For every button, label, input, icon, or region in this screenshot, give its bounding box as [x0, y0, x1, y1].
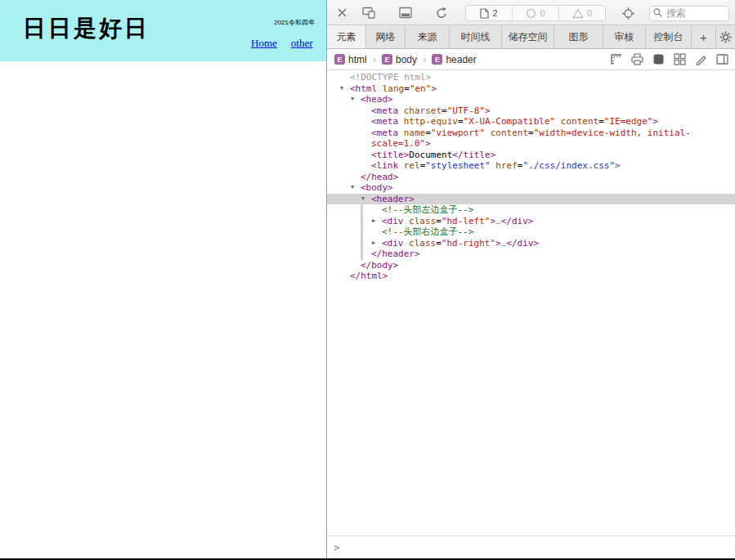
breadcrumb-label: html [348, 54, 367, 65]
code-token: <meta [371, 116, 398, 127]
code-token: <head> [361, 94, 393, 105]
dom-tree-node[interactable]: <link rel="stylesheet" href="./css/index… [327, 160, 735, 172]
code-token: scale=1.0" [371, 138, 425, 149]
warnings-count: 0 [587, 8, 592, 18]
code-token: <div [382, 216, 404, 226]
code-token: "IE=edge" [604, 116, 653, 127]
collapse-arrow-icon[interactable]: ▼ [351, 182, 354, 194]
nav-link-other[interactable]: other [291, 37, 313, 50]
grid-overlay-icon[interactable] [673, 52, 687, 66]
edit-element-icon[interactable] [694, 52, 708, 66]
dom-tree-node[interactable]: ▼<html lang="en"> [327, 83, 735, 95]
code-token: href [491, 160, 518, 171]
dom-tree-node[interactable]: </body> [327, 260, 735, 271]
element-picker-icon[interactable] [621, 7, 635, 20]
tab-audit[interactable]: 审核 [603, 25, 646, 48]
tab-graphics[interactable]: 图形 [554, 25, 603, 48]
collapse-arrow-icon[interactable]: ▼ [340, 83, 343, 95]
collapse-arrow-icon[interactable]: ▼ [351, 94, 354, 105]
dom-tree-node[interactable]: <meta charset="UTF-8"> [327, 105, 735, 117]
code-token: <div [382, 238, 404, 249]
code-token: "hd-right" [441, 238, 495, 249]
code-token: > [615, 160, 621, 171]
code-token: = [436, 216, 441, 226]
warning-triangle-icon [572, 8, 584, 19]
quick-console[interactable]: > [327, 535, 735, 558]
code-token: <title> [371, 150, 409, 160]
inspector-toolbar: 2 0 0 [327, 0, 735, 25]
dom-tree-node[interactable]: <meta http-equiv="X-UA-Compatible" conte… [327, 116, 735, 128]
code-token: </head> [361, 172, 398, 182]
code-token: <header> [371, 194, 415, 204]
dom-tree-node[interactable]: <meta name="viewport" content="width=dev… [327, 128, 735, 139]
dom-tree-node[interactable]: ▶<div class="hd-right">…</div> [327, 238, 735, 249]
issues-badges: 2 0 0 [465, 5, 606, 21]
search-field [649, 5, 729, 20]
tab-elements[interactable]: 元素 [327, 25, 366, 48]
resources-count-badge[interactable]: 2 [466, 6, 513, 20]
breadcrumb-item-html[interactable]: Ehtml [334, 54, 367, 65]
dom-tree-node[interactable]: </html> [327, 271, 735, 282]
rulers-icon[interactable] [609, 52, 623, 66]
nav-link-home[interactable]: Home [251, 37, 277, 50]
dock-side-icon[interactable] [399, 7, 412, 19]
warnings-count-badge[interactable]: 0 [559, 6, 605, 20]
element-overlay-icon[interactable] [652, 52, 666, 66]
breadcrumb: Ehtml›Ebody›Eheader [334, 53, 477, 65]
tab-timelines[interactable]: 时间线 [450, 25, 502, 48]
code-token: <meta [371, 105, 398, 116]
breadcrumb-separator: › [373, 53, 376, 65]
dom-tree-node[interactable]: </header> [327, 249, 735, 260]
code-token: <!--头部左边盒子--> [382, 204, 473, 215]
reload-icon[interactable] [435, 7, 448, 20]
settings-gear-icon[interactable] [716, 25, 735, 48]
search-icon [652, 7, 663, 18]
code-token: content [485, 128, 528, 138]
tab-storage[interactable]: 储存空间 [502, 25, 554, 48]
code-token: > [652, 116, 658, 127]
code-token: = [458, 116, 464, 127]
console-prompt: > [334, 541, 340, 553]
code-token: … [495, 216, 501, 226]
dom-tree-node[interactable]: scale=1.0"> [327, 138, 735, 150]
new-tab-button[interactable]: + [692, 25, 716, 48]
code-token: class [404, 238, 437, 249]
code-token: > [495, 238, 501, 249]
close-icon[interactable] [336, 7, 348, 19]
breadcrumb-item-body[interactable]: Ebody [382, 54, 417, 65]
dom-tree-node[interactable]: <!--头部左边盒子--> [327, 204, 735, 216]
code-token: "X-UA-Compatible" [464, 116, 556, 127]
breadcrumb-item-header[interactable]: Eheader [432, 54, 476, 65]
expand-arrow-icon[interactable]: ▶ [372, 216, 375, 227]
code-token: "width=device-width, initial- [534, 128, 691, 138]
dom-tree-node[interactable]: ▼<header> [327, 194, 735, 205]
details-sidebar-toggle-icon[interactable] [715, 52, 729, 66]
code-token: <body> [361, 182, 393, 193]
dom-tree-node[interactable]: ▼<head> [327, 94, 735, 105]
site-header: 日日是好日 2021令和四年 Home other [0, 0, 326, 61]
code-token: > [485, 105, 491, 116]
expand-arrow-icon[interactable]: ▶ [372, 238, 375, 249]
code-token: = [436, 238, 441, 249]
code-token: = [425, 128, 431, 138]
collapse-arrow-icon[interactable]: ▼ [361, 194, 365, 205]
site-nav: Home other [251, 37, 313, 50]
tab-network[interactable]: 网络 [366, 25, 406, 48]
code-token: </div> [501, 216, 534, 226]
tab-sources[interactable]: 来源 [406, 25, 450, 48]
dom-tree-node[interactable]: <title>Document</title> [327, 150, 735, 161]
dom-tree-node[interactable]: </head> [327, 172, 735, 183]
print-styles-icon[interactable] [630, 52, 644, 66]
dom-tree-node[interactable]: ▶<div class="hd-left">…</div> [327, 216, 735, 227]
code-token: name [398, 128, 425, 138]
code-token: class [404, 216, 437, 226]
dom-tree: <!DOCTYPE html>▼<html lang="en">▼<head><… [327, 70, 735, 535]
code-token: "viewport" [431, 128, 485, 138]
errors-count-badge[interactable]: 0 [513, 6, 559, 20]
responsive-mode-icon[interactable] [362, 7, 375, 19]
dom-tree-node[interactable]: ▼<body> [327, 182, 735, 194]
dom-tree-node[interactable]: <!--头部右边盒子--> [327, 226, 735, 238]
tab-console[interactable]: 控制台 [646, 25, 692, 48]
dom-tree-node[interactable]: <!DOCTYPE html> [327, 72, 735, 83]
code-token: "UTF-8" [447, 105, 485, 116]
